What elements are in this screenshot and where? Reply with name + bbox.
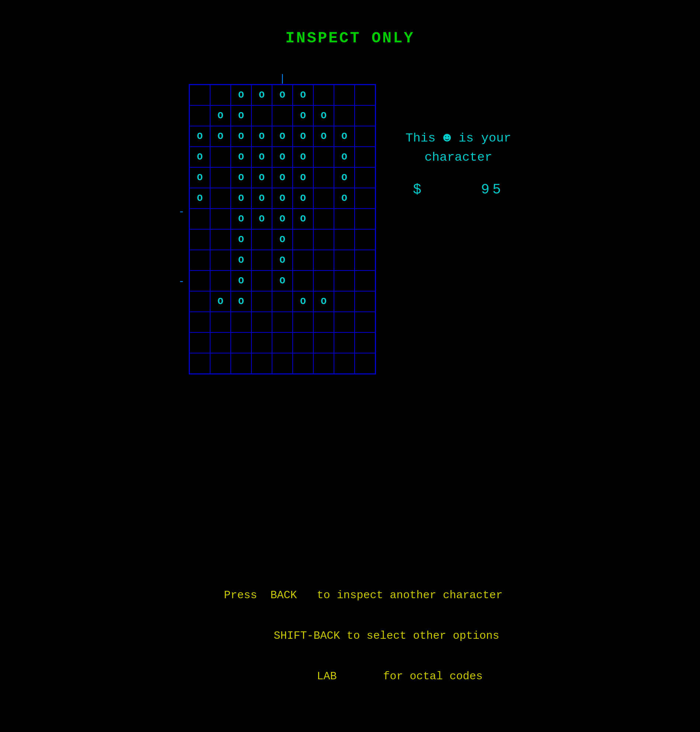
grid-cell: O [210, 126, 231, 147]
grid-cell: O [251, 85, 272, 106]
grid-cell [334, 229, 354, 250]
grid-cell: O [231, 106, 251, 126]
grid-cell [354, 353, 375, 374]
grid-cell: O [251, 188, 272, 209]
grid-cell: O [231, 229, 251, 250]
pixel-dot: O [279, 90, 285, 101]
pixel-dot: O [321, 131, 326, 142]
pixel-dot: O [321, 296, 326, 307]
grid-cell: O [210, 291, 231, 312]
grid-cell [354, 85, 375, 106]
footer-line-1: Press BACK to inspect another character [197, 576, 502, 614]
grid-cell [334, 353, 354, 374]
grid-cell [210, 209, 231, 229]
grid-cell [334, 291, 354, 312]
is-your-label: is your [459, 131, 511, 145]
grid-cell [354, 291, 375, 312]
grid-cell: O [231, 168, 251, 188]
grid-cell [313, 250, 334, 270]
grid-container: | - - OOOOOOOOOOOOOOOOOOOOOOOOOOOOOOOOOO… [189, 84, 376, 375]
grid-cell [334, 85, 354, 106]
grid-cell: O [293, 168, 313, 188]
grid-cell: O [272, 168, 293, 188]
character-sprite-icon: ☻ [443, 131, 451, 146]
grid-cell: O [251, 126, 272, 147]
pixel-dot: O [259, 90, 265, 101]
grid-cell [334, 312, 354, 332]
grid-cell: O [231, 209, 251, 229]
back-key-label: Press BACK [224, 589, 297, 601]
grid-cell: O [251, 147, 272, 168]
grid-cell [313, 229, 334, 250]
grid-cell [313, 270, 334, 291]
pixel-dot: O [300, 296, 306, 307]
grid-cell: O [190, 126, 210, 147]
grid-cell [354, 270, 375, 291]
pixel-dot: O [279, 193, 285, 204]
grid-cell [210, 250, 231, 270]
grid-cell [293, 312, 313, 332]
value-display: $ 95 [413, 182, 503, 198]
grid-cell [313, 85, 334, 106]
grid-cell: O [293, 106, 313, 126]
this-label: This [406, 131, 436, 145]
grid-cell [313, 209, 334, 229]
grid-cell: O [190, 147, 210, 168]
grid-cell: O [231, 126, 251, 147]
pixel-dot: O [300, 213, 306, 225]
pixel-dot: O [238, 172, 244, 183]
pixel-dot: O [279, 131, 285, 142]
grid-cell [354, 332, 375, 353]
grid-cell: O [313, 126, 334, 147]
grid-cell [293, 353, 313, 374]
pixel-dot: O [341, 193, 347, 204]
grid-cell: O [293, 188, 313, 209]
grid-cell [210, 147, 231, 168]
footer-line-3: LAB for octal codes [217, 657, 482, 695]
pixel-dot: O [238, 213, 244, 225]
grid-cell [272, 106, 293, 126]
grid-cell [251, 332, 272, 353]
grid-cell [190, 85, 210, 106]
pixel-dot: O [300, 172, 306, 183]
pixel-grid: OOOOOOOOOOOOOOOOOOOOOOOOOOOOOOOOOOOOOOOO… [189, 84, 376, 375]
grid-cell: O [251, 209, 272, 229]
cursor-left-mid-indicator: - [178, 206, 185, 218]
page-title: INSPECT ONLY [285, 29, 414, 47]
grid-cell: O [293, 147, 313, 168]
grid-cell: O [272, 229, 293, 250]
grid-cell [231, 353, 251, 374]
grid-cell: O [334, 168, 354, 188]
grid-cell [251, 353, 272, 374]
grid-cell [334, 209, 354, 229]
pixel-dot: O [197, 151, 203, 163]
grid-cell: O [231, 291, 251, 312]
grid-cell [210, 168, 231, 188]
grid-cell: O [190, 188, 210, 209]
grid-cell [210, 229, 231, 250]
grid-cell: O [272, 147, 293, 168]
lab-key-label: LAB [244, 670, 337, 683]
character-description: This ☻ is your character [406, 128, 511, 167]
grid-cell [334, 270, 354, 291]
info-panel: This ☻ is your character $ 95 [406, 84, 511, 198]
grid-cell [190, 312, 210, 332]
grid-cell [354, 147, 375, 168]
pixel-dot: O [341, 131, 347, 142]
pixel-dot: O [300, 151, 306, 163]
grid-cell [334, 250, 354, 270]
grid-cell: O [293, 85, 313, 106]
grid-cell [293, 229, 313, 250]
grid-cell [272, 332, 293, 353]
pixel-dot: O [197, 131, 203, 142]
pixel-dot: O [238, 131, 244, 142]
pixel-dot: O [218, 296, 224, 307]
pixel-dot: O [259, 151, 265, 163]
pixel-dot: O [300, 90, 306, 101]
grid-cell [210, 353, 231, 374]
pixel-dot: O [341, 172, 347, 183]
grid-cell: O [334, 126, 354, 147]
character-label: character [425, 150, 493, 165]
pixel-dot: O [238, 255, 244, 266]
pixel-dot: O [259, 172, 265, 183]
